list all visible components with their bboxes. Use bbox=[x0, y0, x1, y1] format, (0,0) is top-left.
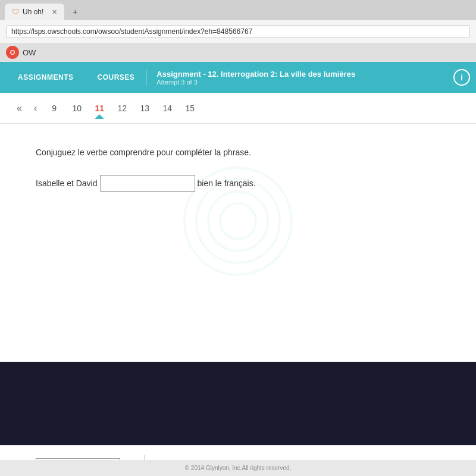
svg-point-3 bbox=[220, 203, 256, 239]
info-icon[interactable]: i bbox=[453, 69, 470, 86]
nav-assignments[interactable]: ASSIGNMENTS bbox=[6, 62, 86, 93]
svg-point-1 bbox=[196, 180, 280, 263]
question-number-9[interactable]: 9 bbox=[44, 98, 64, 118]
app-name: OW bbox=[23, 48, 36, 57]
nav-back-single[interactable]: ‹ bbox=[29, 101, 42, 116]
tab-bar: 🛡 Uh oh! ✕ + bbox=[0, 0, 476, 20]
question-nav: « ‹ 9 10 11 12 13 14 15 bbox=[0, 93, 476, 124]
question-number-14[interactable]: 14 bbox=[157, 98, 177, 118]
assignment-number: - 12. Interrogation 2: La ville des lumi… bbox=[203, 70, 355, 79]
nav-courses[interactable]: COURSES bbox=[86, 62, 147, 93]
attempt-text: Attempt 3 of 3 bbox=[156, 79, 444, 86]
tab-title: Uh oh! bbox=[23, 8, 43, 16]
app-header: O OW bbox=[0, 43, 476, 62]
question-number-11[interactable]: 11 bbox=[89, 98, 109, 118]
nav-back-double[interactable]: « bbox=[12, 101, 27, 116]
svg-point-2 bbox=[208, 192, 268, 251]
nav-bar: ASSIGNMENTS COURSES Assignment - 12. Int… bbox=[0, 62, 476, 93]
active-tab[interactable]: 🛡 Uh oh! ✕ bbox=[5, 4, 64, 20]
app-logo: O bbox=[6, 46, 19, 59]
address-bar: https://lsps.owschools.com/owsoo/student… bbox=[0, 20, 476, 43]
tab-icon: 🛡 bbox=[12, 8, 19, 16]
question-number-15[interactable]: 15 bbox=[180, 98, 200, 118]
question-number-13[interactable]: 13 bbox=[134, 98, 155, 118]
sentence-before: Isabelle et David bbox=[36, 178, 98, 188]
main-content: Conjuguez le verbe comprendre pour compl… bbox=[0, 124, 476, 362]
assignment-title: Assignment - 12. Interrogation 2: La vil… bbox=[156, 70, 444, 79]
answer-input[interactable] bbox=[100, 175, 195, 192]
instruction-text: Conjuguez le verbe comprendre pour compl… bbox=[36, 148, 440, 157]
assignment-prefix: Assignment bbox=[156, 70, 201, 79]
nav-assignment-info: Assignment - 12. Interrogation 2: La vil… bbox=[146, 70, 453, 86]
new-tab-button[interactable]: + bbox=[67, 5, 83, 18]
tab-close-button[interactable]: ✕ bbox=[52, 8, 57, 16]
footer: © 2014 Glynlyon, Inc.All rights reserved… bbox=[0, 460, 476, 476]
question-number-12[interactable]: 12 bbox=[112, 98, 132, 118]
url-input[interactable]: https://lsps.owschools.com/owsoo/student… bbox=[6, 25, 470, 38]
browser-chrome: 🛡 Uh oh! ✕ + https://lsps.owschools.com/… bbox=[0, 0, 476, 43]
footer-text: © 2014 Glynlyon, Inc.All rights reserved… bbox=[185, 465, 292, 471]
sentence-after: bien le français. bbox=[198, 178, 256, 188]
sentence-area: Isabelle et David bien le français. bbox=[36, 175, 440, 192]
question-number-10[interactable]: 10 bbox=[67, 98, 87, 118]
